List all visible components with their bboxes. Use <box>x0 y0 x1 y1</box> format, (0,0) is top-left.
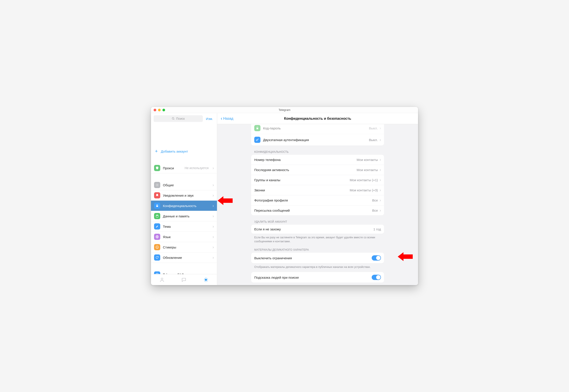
chevron-right-icon: › <box>380 188 381 193</box>
tab-chats[interactable] <box>181 277 187 283</box>
sidebar-item-label: Данные и память <box>163 214 190 218</box>
chevron-right-icon: › <box>380 168 381 172</box>
key-icon <box>254 137 260 143</box>
chevron-right-icon: › <box>380 198 381 203</box>
svg-point-2 <box>157 184 158 185</box>
sidebar-item-update[interactable]: Обновление › <box>151 252 217 263</box>
chevron-right-icon: › <box>212 183 214 187</box>
tab-settings[interactable] <box>203 277 209 283</box>
row-value: Мои контакты <box>357 158 378 162</box>
row-value: Выкл. <box>369 126 378 130</box>
row-label: Пересылка сообщений <box>254 209 290 212</box>
sidebar: Поиск Изм. + Добавить аккаунт Прокси Не … <box>151 113 217 285</box>
sidebar-item-data[interactable]: Данные и память › <box>151 211 217 221</box>
chevron-right-icon: › <box>380 157 381 162</box>
lock-icon <box>154 203 160 209</box>
chevron-right-icon: › <box>212 204 214 208</box>
sidebar-item-stickers[interactable]: Стикеры › <box>151 242 217 252</box>
row-label: Если я не захожу <box>254 227 281 231</box>
row-label: Звонки <box>254 188 265 192</box>
sidebar-item-privacy[interactable]: Конфиденциальность › <box>151 201 217 211</box>
svg-rect-13 <box>256 128 258 129</box>
add-account-button[interactable]: + Добавить аккаунт <box>151 146 217 156</box>
svg-point-8 <box>157 247 158 247</box>
row-label: Подсказка людей при поиске <box>254 276 299 279</box>
chevron-right-icon: › <box>212 272 214 274</box>
sidebar-item-label: Стикеры <box>163 245 176 249</box>
chevron-right-icon: › <box>380 178 381 182</box>
edit-button[interactable]: Изм. <box>205 117 214 121</box>
tab-contacts[interactable] <box>159 277 165 283</box>
row-phone[interactable]: Номер телефона Мои контакты › <box>251 155 384 165</box>
main-header: ‹ Назад Конфиденциальность и безопасност… <box>217 113 418 124</box>
search-input[interactable]: Поиск <box>154 115 203 122</box>
sidebar-item-general[interactable]: Общие › <box>151 180 217 190</box>
gear-active-icon <box>203 277 209 282</box>
chevron-right-icon: › <box>212 235 214 239</box>
sidebar-item-label: Общие <box>163 183 174 187</box>
sidebar-item-label: Уведомления и звук <box>163 194 194 197</box>
section-note-suggest: Показывать пользователей, которым Вы час… <box>251 283 384 285</box>
chevron-right-icon: › <box>380 126 381 130</box>
row-label: Двухэтапная аутентификация <box>263 138 309 142</box>
search-placeholder: Поиск <box>176 117 185 120</box>
row-passcode[interactable]: Код-пароль Выкл. › <box>251 124 384 134</box>
sidebar-item-theme[interactable]: Тема › <box>151 221 217 232</box>
sidebar-item-label: Конфиденциальность <box>163 204 196 208</box>
search-icon <box>172 117 175 120</box>
row-value: Мои контакты <box>357 168 378 172</box>
row-label: Выключить ограничения <box>254 256 292 260</box>
row-groups[interactable]: Группы и каналы Мои контакты (+1) › <box>251 175 384 185</box>
row-label: Код-пароль <box>263 126 281 130</box>
toggle-disable-restrictions[interactable] <box>372 255 381 261</box>
sidebar-item-faq[interactable]: ? Telegram FAQ › <box>151 269 217 274</box>
row-suggest-people[interactable]: Подсказка людей при поиске <box>251 272 384 283</box>
row-value: Мои контакты (+3) <box>350 188 378 192</box>
bottom-tabbar <box>151 274 217 285</box>
row-value: Мои контакты (+1) <box>350 178 378 182</box>
row-last-seen[interactable]: Последняя активность Мои контакты › <box>251 165 384 175</box>
toggle-suggest-people[interactable] <box>372 275 381 280</box>
chevron-right-icon: › <box>212 255 214 260</box>
sidebar-item-proxy[interactable]: Прокси Не используется › <box>151 163 217 173</box>
sidebar-item-language[interactable]: Язык › <box>151 232 217 242</box>
section-note-sensitive: Отображать материалы деликатного характе… <box>251 263 384 269</box>
sidebar-item-label: Язык <box>163 235 171 239</box>
row-delete-if-away[interactable]: Если я не захожу 1 год <box>251 225 384 234</box>
sidebar-item-label: Тема <box>163 225 171 228</box>
gear-icon <box>154 182 160 188</box>
row-forwarding[interactable]: Пересылка сообщений Все › <box>251 206 384 215</box>
svg-line-1 <box>174 119 174 120</box>
bell-icon <box>154 192 160 198</box>
app-window: Telegram Поиск Изм. + Добавить аккаунт <box>151 107 418 285</box>
svg-point-12 <box>205 279 207 281</box>
svg-point-14 <box>256 140 257 141</box>
question-icon: ? <box>154 271 160 274</box>
row-label: Фотография профиля <box>254 198 288 202</box>
sticker-icon <box>154 244 160 250</box>
chat-bubble-icon <box>181 277 186 282</box>
svg-point-7 <box>156 247 157 247</box>
chevron-right-icon: › <box>212 214 214 219</box>
window-title: Telegram <box>151 108 418 112</box>
row-twofa[interactable]: Двухэтапная аутентификация Выкл. › <box>251 134 384 145</box>
sidebar-item-label: Прокси <box>163 166 174 170</box>
sidebar-item-notifications[interactable]: Уведомления и звук › <box>151 190 217 201</box>
person-icon <box>159 277 165 282</box>
svg-point-11 <box>161 278 163 280</box>
row-label: Группы и каналы <box>254 178 280 182</box>
row-value: Выкл. <box>369 138 378 142</box>
lock-icon <box>254 125 260 131</box>
row-disable-restrictions[interactable]: Выключить ограничения <box>251 253 384 263</box>
row-value: Все <box>372 209 378 212</box>
svg-point-4 <box>156 215 158 216</box>
chevron-right-icon: › <box>212 224 214 229</box>
row-calls[interactable]: Звонки Мои контакты (+3) › <box>251 185 384 195</box>
plus-icon: + <box>155 149 158 154</box>
row-profile-photo[interactable]: Фотография профиля Все › <box>251 195 384 206</box>
row-value: Все <box>372 198 378 202</box>
sidebar-item-label: Обновление <box>163 256 182 260</box>
row-label: Номер телефона <box>254 158 281 162</box>
sidebar-item-value: Не используется <box>185 166 209 170</box>
row-label: Последняя активность <box>254 168 289 172</box>
